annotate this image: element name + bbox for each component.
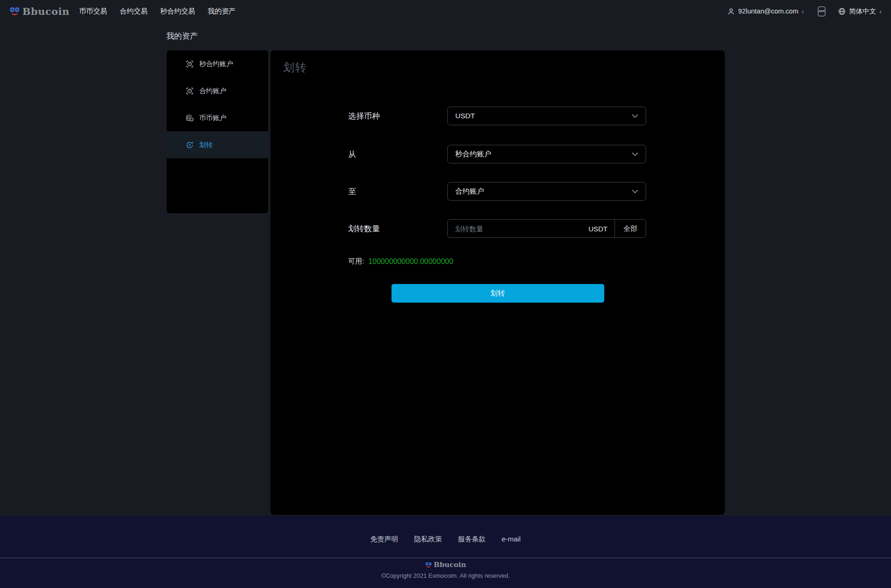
chevron-down-icon xyxy=(632,114,638,118)
nav-item-spot-trade[interactable]: 币币交易 xyxy=(79,7,107,16)
to-label: 至 xyxy=(348,186,447,197)
app-download-button[interactable]: APP xyxy=(818,7,825,16)
language-selector[interactable]: 简体中文 ‹ xyxy=(838,7,882,16)
amount-input[interactable] xyxy=(448,220,588,237)
sidebar-item-transfer[interactable]: ¥ 划转 xyxy=(167,131,268,158)
to-row: 至 合约账户 xyxy=(348,182,646,201)
footer-copyright: ©Copyright 2021 Exmocoim. All rights res… xyxy=(0,572,891,579)
currency-select-value: USDT xyxy=(455,112,475,120)
currency-select[interactable]: USDT xyxy=(447,107,646,125)
brand-name: Bbucoin xyxy=(22,6,69,17)
from-row: 从 秒合约账户 xyxy=(348,145,646,163)
footer-links: 免责声明 隐私政策 服务条款 e-mail xyxy=(0,516,891,544)
footer-brand: Bbucoin xyxy=(0,561,891,569)
app-root: Bbucoin 币币交易 合约交易 秒合约交易 我的资产 92luntan@co… xyxy=(0,0,891,588)
spot-account-coins-icon xyxy=(186,114,194,122)
amount-label: 划转数量 xyxy=(348,223,447,234)
language-label: 简体中文 xyxy=(849,7,876,16)
footer-brand-name: Bbucoin xyxy=(434,561,466,569)
assets-sidebar: 秒合约账户 合约账户 币币账户 ¥ xyxy=(167,50,268,213)
chevron-down-icon xyxy=(632,189,638,193)
footer-link-privacy-policy[interactable]: 隐私政策 xyxy=(414,535,442,544)
sidebar-item-label: 币币账户 xyxy=(199,114,226,122)
sidebar-item-label: 划转 xyxy=(199,141,213,149)
sidebar-item-spot-account[interactable]: 币币账户 xyxy=(167,104,268,131)
currency-label: 选择币种 xyxy=(348,111,447,122)
currency-row: 选择币种 USDT xyxy=(348,107,646,125)
mobile-app-icon: APP xyxy=(818,7,825,16)
footer-link-terms-of-service[interactable]: 服务条款 xyxy=(458,535,486,544)
amount-row: 划转数量 USDT 全部 xyxy=(348,219,646,238)
amount-all-button[interactable]: 全部 xyxy=(614,220,646,237)
sidebar-item-label: 秒合约账户 xyxy=(199,60,233,68)
top-navbar: Bbucoin 币币交易 合约交易 秒合约交易 我的资产 92luntan@co… xyxy=(0,0,891,22)
footer-divider xyxy=(0,558,891,558)
navbar-right: 92luntan@com.com ‹ APP 简体中文 ‹ xyxy=(727,7,882,16)
svg-text:¥: ¥ xyxy=(188,143,191,147)
sidebar-item-label: 合约账户 xyxy=(199,87,226,95)
sidebar-item-contract-account[interactable]: 合约账户 xyxy=(167,77,268,104)
footer-brand-logo-icon xyxy=(425,561,432,568)
brand-logo-icon xyxy=(9,6,20,17)
to-account-select-value: 合约账户 xyxy=(455,187,484,196)
page-title: 我的资产 xyxy=(166,31,198,41)
to-account-select[interactable]: 合约账户 xyxy=(447,182,646,201)
amount-input-group: USDT 全部 xyxy=(447,219,646,238)
available-value: 100000000000.00000000 xyxy=(368,257,453,266)
nav-item-second-contract-trade[interactable]: 秒合约交易 xyxy=(160,7,195,16)
second-contract-account-icon xyxy=(186,60,194,68)
sidebar-item-second-contract-account[interactable]: 秒合约账户 xyxy=(167,50,268,77)
from-account-select[interactable]: 秒合约账户 xyxy=(447,145,646,163)
contract-account-icon xyxy=(186,87,194,95)
user-icon xyxy=(727,7,735,15)
available-label: 可用: xyxy=(348,257,364,266)
page-footer: 免责声明 隐私政策 服务条款 e-mail Bbucoin ©Copyright… xyxy=(0,516,891,588)
from-account-select-value: 秒合约账户 xyxy=(455,149,492,159)
main-nav: 币币交易 合约交易 秒合约交易 我的资产 xyxy=(79,7,236,16)
footer-link-disclaimer[interactable]: 免责声明 xyxy=(371,535,398,544)
transfer-panel-title: 划转 xyxy=(283,60,307,75)
transfer-panel: 划转 选择币种 USDT 从 秒合约账户 至 合约账户 xyxy=(270,50,725,515)
user-menu[interactable]: 92luntan@com.com ‹ xyxy=(727,7,804,15)
chevron-down-icon xyxy=(632,152,638,156)
from-label: 从 xyxy=(348,149,447,160)
nav-item-contract-trade[interactable]: 合约交易 xyxy=(120,7,148,16)
nav-item-my-assets[interactable]: 我的资产 xyxy=(208,7,236,16)
amount-unit: USDT xyxy=(588,225,608,233)
transfer-icon: ¥ xyxy=(186,141,194,149)
transfer-submit-button[interactable]: 划转 xyxy=(392,284,604,303)
footer-link-email[interactable]: e-mail xyxy=(502,535,521,544)
brand-logo[interactable]: Bbucoin xyxy=(9,6,69,17)
user-email: 92luntan@com.com xyxy=(738,7,798,15)
language-dropdown-chevron-icon: ‹ xyxy=(879,8,882,15)
user-dropdown-chevron-icon: ‹ xyxy=(802,8,804,15)
available-balance-row: 可用: 100000000000.00000000 xyxy=(348,257,453,266)
globe-icon xyxy=(838,7,846,15)
